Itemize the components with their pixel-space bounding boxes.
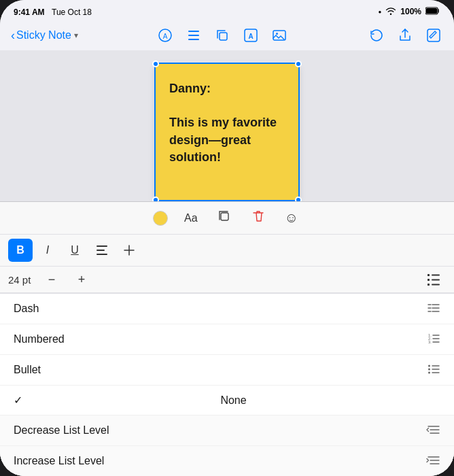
list-option-decrease-level[interactable]: Decrease List Level <box>0 415 454 446</box>
svg-point-11 <box>276 33 278 35</box>
increase-level-icon <box>425 454 440 468</box>
align-button[interactable] <box>90 239 114 262</box>
list-option-numbered[interactable]: Numbered 1. 2. 3. <box>0 324 454 355</box>
status-right: ● 100% <box>378 5 440 18</box>
status-date: Tue Oct 18 <box>52 7 92 17</box>
back-button[interactable]: ‹ Sticky Note ▾ <box>11 29 78 43</box>
more-format-button[interactable] <box>117 239 141 262</box>
numbered-list-icon: 1. 2. 3. <box>427 333 440 346</box>
status-bar: 9:41 AM Tue Oct 18 ● 100% <box>0 0 454 20</box>
spell-check-icon[interactable]: A <box>156 26 175 45</box>
increase-font-button[interactable]: + <box>69 269 94 290</box>
app-layout: 9:41 AM Tue Oct 18 ● 100% <box>0 0 454 476</box>
text-size-button[interactable]: Aa <box>181 211 200 226</box>
sticky-note-content: Danny:This is my favorite design—great s… <box>169 80 285 166</box>
svg-rect-19 <box>427 274 430 276</box>
list-option-bullet[interactable]: Bullet <box>0 355 454 386</box>
svg-rect-23 <box>427 284 430 286</box>
list-options-button[interactable] <box>421 269 446 290</box>
bottom-panel: Aa ☺ B I U <box>0 201 454 476</box>
ipad-frame: 9:41 AM Tue Oct 18 ● 100% <box>0 0 454 476</box>
svg-rect-5 <box>188 35 199 36</box>
handle-top-right[interactable] <box>295 61 302 67</box>
svg-text:A: A <box>163 33 168 40</box>
sticky-note[interactable]: Danny:This is my favorite design—great s… <box>156 64 298 200</box>
list-view-icon[interactable] <box>184 26 203 45</box>
svg-rect-24 <box>432 284 440 286</box>
list-option-none[interactable]: ✓ None <box>0 386 454 415</box>
svg-point-41 <box>428 372 430 374</box>
decrease-level-icon <box>425 424 440 437</box>
none-label: None <box>220 394 246 407</box>
history-icon[interactable] <box>367 26 386 45</box>
handle-bottom-right[interactable] <box>295 197 302 201</box>
object-duplicate-icon[interactable] <box>213 26 232 45</box>
svg-point-37 <box>428 365 430 367</box>
delete-button[interactable] <box>248 207 268 228</box>
svg-rect-13 <box>221 213 228 220</box>
edit-icon[interactable] <box>424 26 443 45</box>
svg-rect-4 <box>188 31 199 32</box>
content-area: Danny:This is my favorite design—great s… <box>0 50 454 201</box>
bullet-list-icon <box>427 363 440 377</box>
italic-button[interactable]: I <box>35 239 60 262</box>
toolbar-icons: A <box>86 26 359 45</box>
svg-rect-22 <box>432 279 440 281</box>
decrease-font-button[interactable]: − <box>39 269 64 290</box>
text-format-icon[interactable]: A <box>241 26 260 45</box>
status-left: 9:41 AM Tue Oct 18 <box>14 5 92 18</box>
toolbar-right <box>367 26 443 45</box>
svg-rect-15 <box>97 250 105 251</box>
sticky-note-wrapper: Danny:This is my favorite design—great s… <box>156 64 298 200</box>
icon-row: Aa ☺ <box>0 202 454 235</box>
svg-rect-20 <box>432 275 440 276</box>
share-icon[interactable] <box>396 26 415 45</box>
dash-label: Dash <box>14 303 39 315</box>
top-bar: ‹ Sticky Note ▾ A <box>0 20 454 50</box>
camera-dot: ● <box>378 9 381 15</box>
media-insert-icon[interactable] <box>270 26 289 45</box>
numbered-label: Numbered <box>14 333 65 345</box>
fontsize-row: 24 pt − + <box>0 267 454 293</box>
svg-rect-6 <box>188 39 199 40</box>
handle-top-left[interactable] <box>152 61 159 67</box>
emoji-button[interactable]: ☺ <box>282 209 301 227</box>
copy-style-button[interactable] <box>214 207 234 228</box>
text-format-row: B I U <box>0 235 454 267</box>
svg-point-39 <box>428 369 430 371</box>
bold-button[interactable]: B <box>8 239 33 262</box>
svg-rect-14 <box>97 245 107 247</box>
decrease-level-label: Decrease List Level <box>14 424 109 437</box>
status-time: 9:41 AM <box>14 7 45 17</box>
svg-rect-1 <box>426 8 437 14</box>
underline-button[interactable]: U <box>63 239 87 262</box>
list-option-dash[interactable]: Dash <box>0 294 454 324</box>
dash-list-icon <box>427 302 440 316</box>
handle-bottom-left[interactable] <box>152 197 159 201</box>
svg-rect-16 <box>97 254 107 255</box>
wifi-icon <box>385 7 396 17</box>
bullet-label: Bullet <box>14 364 41 376</box>
back-chevron-icon: ‹ <box>11 29 15 43</box>
battery-label: 100% <box>400 7 421 16</box>
list-option-increase-level[interactable]: Increase List Level <box>0 446 454 476</box>
title-chevron-icon: ▾ <box>74 31 78 40</box>
list-dropdown: Dash Numbered <box>0 293 454 476</box>
svg-rect-7 <box>220 33 227 40</box>
fontsize-label: 24 pt <box>8 274 34 286</box>
svg-rect-21 <box>427 279 430 281</box>
svg-text:A: A <box>249 33 254 40</box>
battery-icon <box>425 5 440 18</box>
back-label: Sticky Note <box>16 29 71 41</box>
svg-text:3.: 3. <box>428 340 432 343</box>
note-color-button[interactable] <box>153 211 168 226</box>
increase-level-label: Increase List Level <box>14 455 104 467</box>
check-icon: ✓ <box>14 394 22 407</box>
